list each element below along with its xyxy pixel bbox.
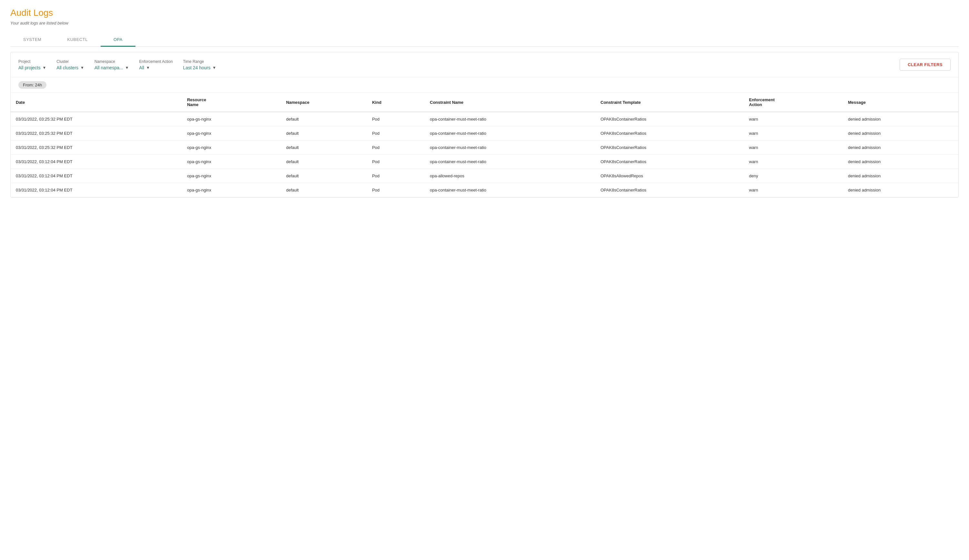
cell-enforcement-action: warn xyxy=(744,141,843,155)
cell-kind: Pod xyxy=(367,183,425,197)
cell-resource-name: opa-gs-nginx xyxy=(182,141,281,155)
cell-resource-name: opa-gs-nginx xyxy=(182,155,281,169)
chevron-down-icon: ▼ xyxy=(125,65,129,70)
cell-enforcement-action: warn xyxy=(744,155,843,169)
cell-kind: Pod xyxy=(367,155,425,169)
filter-namespace-label: Namespace xyxy=(95,59,129,64)
cell-message: denied admission xyxy=(843,169,958,183)
cell-date: 03/31/2022, 03:12:04 PM EDT xyxy=(11,183,182,197)
cell-message: denied admission xyxy=(843,183,958,197)
cell-kind: Pod xyxy=(367,169,425,183)
cell-namespace: default xyxy=(281,155,367,169)
filter-enforcement: Enforcement Action All ▼ xyxy=(139,59,173,70)
col-header-enforcement-action: EnforcementAction xyxy=(744,93,843,112)
clear-filters-button[interactable]: CLEAR FILTERS xyxy=(900,59,951,71)
filter-namespace: Namespace All namespa... ▼ xyxy=(95,59,129,70)
cell-constraint-name: opa-container-must-meet-ratio xyxy=(425,112,595,126)
cell-constraint-name: opa-allowed-repos xyxy=(425,169,595,183)
cell-constraint-name: opa-container-must-meet-ratio xyxy=(425,141,595,155)
cell-constraint-template: OPAK8sContainerRatios xyxy=(595,126,744,141)
cell-message: denied admission xyxy=(843,155,958,169)
col-header-constraint-template: Constraint Template xyxy=(595,93,744,112)
audit-log-table: Date ResourceName Namespace Kind Constra… xyxy=(11,93,958,197)
cell-constraint-template: OPAK8sAllowedRepos xyxy=(595,169,744,183)
filter-namespace-value: All namespa... xyxy=(95,65,123,70)
cell-constraint-template: OPAK8sContainerRatios xyxy=(595,155,744,169)
cell-message: denied admission xyxy=(843,126,958,141)
cell-constraint-template: OPAK8sContainerRatios xyxy=(595,183,744,197)
col-header-kind: Kind xyxy=(367,93,425,112)
cell-date: 03/31/2022, 03:12:04 PM EDT xyxy=(11,155,182,169)
tabs-container: SYSTEM KUBECTL OPA xyxy=(10,33,959,47)
cell-kind: Pod xyxy=(367,141,425,155)
cell-resource-name: opa-gs-nginx xyxy=(182,183,281,197)
chevron-down-icon: ▼ xyxy=(42,65,46,70)
cell-enforcement-action: warn xyxy=(744,126,843,141)
cell-namespace: default xyxy=(281,183,367,197)
cell-constraint-name: opa-container-must-meet-ratio xyxy=(425,126,595,141)
col-header-resource-name: ResourceName xyxy=(182,93,281,112)
filters-row: Project All projects ▼ Cluster All clust… xyxy=(11,52,958,77)
cell-kind: Pod xyxy=(367,112,425,126)
filter-cluster: Cluster All clusters ▼ xyxy=(57,59,84,70)
col-header-constraint-name: Constraint Name xyxy=(425,93,595,112)
filter-time-range-value: Last 24 hours xyxy=(183,65,211,70)
cell-date: 03/31/2022, 03:12:04 PM EDT xyxy=(11,169,182,183)
filter-project-value: All projects xyxy=(18,65,40,70)
cell-namespace: default xyxy=(281,141,367,155)
cell-date: 03/31/2022, 03:25:32 PM EDT xyxy=(11,126,182,141)
active-filter-tag[interactable]: From: 24h xyxy=(18,81,47,89)
filter-project: Project All projects ▼ xyxy=(18,59,46,70)
tag-row: From: 24h xyxy=(11,77,958,93)
table-row: 03/31/2022, 03:25:32 PM EDT opa-gs-nginx… xyxy=(11,112,958,126)
cell-date: 03/31/2022, 03:25:32 PM EDT xyxy=(11,141,182,155)
cell-resource-name: opa-gs-nginx xyxy=(182,169,281,183)
cell-constraint-name: opa-container-must-meet-ratio xyxy=(425,155,595,169)
tab-kubectl[interactable]: KUBECTL xyxy=(54,33,100,47)
page-subtitle: Your audit logs are listed below xyxy=(10,21,959,25)
filter-cluster-value: All clusters xyxy=(57,65,78,70)
cell-date: 03/31/2022, 03:25:32 PM EDT xyxy=(11,112,182,126)
table-row: 03/31/2022, 03:12:04 PM EDT opa-gs-nginx… xyxy=(11,183,958,197)
table-row: 03/31/2022, 03:12:04 PM EDT opa-gs-nginx… xyxy=(11,155,958,169)
table-header-row: Date ResourceName Namespace Kind Constra… xyxy=(11,93,958,112)
tab-opa[interactable]: OPA xyxy=(101,33,135,47)
cell-resource-name: opa-gs-nginx xyxy=(182,126,281,141)
filter-time-range-select[interactable]: Last 24 hours ▼ xyxy=(183,65,216,70)
cell-constraint-name: opa-container-must-meet-ratio xyxy=(425,183,595,197)
cell-enforcement-action: warn xyxy=(744,112,843,126)
cell-resource-name: opa-gs-nginx xyxy=(182,112,281,126)
filter-time-range-label: Time Range xyxy=(183,59,216,64)
filter-enforcement-label: Enforcement Action xyxy=(139,59,173,64)
chevron-down-icon: ▼ xyxy=(80,65,84,70)
chevron-down-icon: ▼ xyxy=(146,65,150,70)
tab-system[interactable]: SYSTEM xyxy=(10,33,54,47)
chevron-down-icon: ▼ xyxy=(212,65,216,70)
filter-namespace-select[interactable]: All namespa... ▼ xyxy=(95,65,129,70)
table-container: Date ResourceName Namespace Kind Constra… xyxy=(11,93,958,197)
filter-project-select[interactable]: All projects ▼ xyxy=(18,65,46,70)
col-header-date: Date xyxy=(11,93,182,112)
cell-namespace: default xyxy=(281,112,367,126)
cell-namespace: default xyxy=(281,126,367,141)
filter-cluster-select[interactable]: All clusters ▼ xyxy=(57,65,84,70)
col-header-namespace: Namespace xyxy=(281,93,367,112)
filter-enforcement-value: All xyxy=(139,65,145,70)
page-title: Audit Logs xyxy=(10,8,959,18)
table-row: 03/31/2022, 03:25:32 PM EDT opa-gs-nginx… xyxy=(11,141,958,155)
cell-kind: Pod xyxy=(367,126,425,141)
table-row: 03/31/2022, 03:12:04 PM EDT opa-gs-nginx… xyxy=(11,169,958,183)
table-row: 03/31/2022, 03:25:32 PM EDT opa-gs-nginx… xyxy=(11,126,958,141)
cell-constraint-template: OPAK8sContainerRatios xyxy=(595,141,744,155)
cell-enforcement-action: warn xyxy=(744,183,843,197)
cell-enforcement-action: deny xyxy=(744,169,843,183)
cell-namespace: default xyxy=(281,169,367,183)
filter-enforcement-select[interactable]: All ▼ xyxy=(139,65,173,70)
page-container: Audit Logs Your audit logs are listed be… xyxy=(0,0,969,205)
cell-message: denied admission xyxy=(843,141,958,155)
col-header-message: Message xyxy=(843,93,958,112)
filter-time-range: Time Range Last 24 hours ▼ xyxy=(183,59,216,70)
filter-project-label: Project xyxy=(18,59,46,64)
filter-cluster-label: Cluster xyxy=(57,59,84,64)
cell-constraint-template: OPAK8sContainerRatios xyxy=(595,112,744,126)
